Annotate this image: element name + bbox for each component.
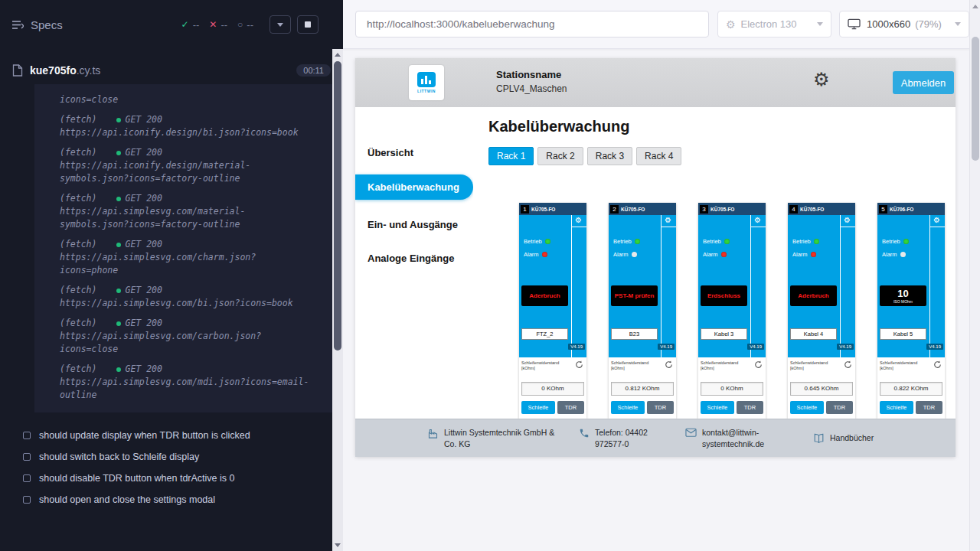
device-card: 4 KÜ705-FO ⚙ Betrieb Alarm Aderbruch Kab… <box>788 203 855 419</box>
refresh-icon[interactable] <box>665 360 673 369</box>
schleife-button[interactable]: Schleife <box>790 401 824 414</box>
tdr-button[interactable]: TDR <box>647 401 674 414</box>
status-dot-icon <box>116 151 121 155</box>
cable-name-field[interactable]: Kabel 4 <box>790 328 837 340</box>
measurement-section: Schleifenwiderstand [kOhm] 0 KOhm Schlei… <box>519 357 586 419</box>
cable-name-field[interactable]: B23 <box>611 328 658 340</box>
sidebar-item-ein-und-ausgaenge[interactable]: Ein- und Ausgänge <box>368 219 458 230</box>
station-label: Stationsname <box>496 69 561 80</box>
firmware-version: V4.19 <box>658 344 675 350</box>
device-panel: ⚙ Betrieb Alarm 10ISO MOhm Kabel 5 V4.19 <box>877 215 945 357</box>
device-model: KÜ705-FO <box>800 207 853 212</box>
footer-manuals-link[interactable]: Handbücher <box>813 432 874 444</box>
schleife-button[interactable]: Schleife <box>611 401 645 414</box>
test-item[interactable]: should open and close the settings modal <box>23 489 343 510</box>
sidebar-item-uebersicht[interactable]: Übersicht <box>368 147 413 158</box>
sidebar-item-analoge-eingaenge[interactable]: Analoge Eingänge <box>368 253 454 264</box>
off-led-icon <box>900 252 906 257</box>
device-card: 3 KÜ705-FO ⚙ Betrieb Alarm Erdschluss Ka… <box>698 203 766 419</box>
cable-name-field[interactable]: Kabel 5 <box>880 328 926 340</box>
measurement-label: Schleifenwiderstand [kOhm] <box>611 360 655 371</box>
refresh-icon[interactable] <box>933 360 942 369</box>
app-main: Kabelüberwachung Rack 1 Rack 2 Rack 3 Ra… <box>473 107 956 419</box>
scrollbar-thumb[interactable] <box>334 61 341 350</box>
test-item[interactable]: should switch back to Schleife display <box>23 446 343 468</box>
device-card-header: 4 KÜ705-FO <box>788 203 855 215</box>
device-settings-icon[interactable]: ⚙ <box>665 216 671 225</box>
browser-name: Electron 130 <box>741 18 817 30</box>
scrollbar-thumb[interactable] <box>972 37 979 161</box>
device-settings-icon[interactable]: ⚙ <box>933 216 940 225</box>
refresh-icon[interactable] <box>754 360 763 369</box>
electron-icon: ⚙ <box>726 18 736 31</box>
schleife-button[interactable]: Schleife <box>701 401 734 414</box>
device-settings-icon[interactable]: ⚙ <box>844 216 851 225</box>
status-dot-icon <box>116 197 121 201</box>
tdr-button[interactable]: TDR <box>916 401 942 414</box>
settings-gear-icon[interactable]: ⚙ <box>813 70 830 89</box>
page-title: Kabelüberwachung <box>488 118 629 135</box>
reporter-scrollbar[interactable] <box>332 49 343 551</box>
tab-rack-3[interactable]: Rack 3 <box>587 147 632 165</box>
test-stats: ✓-- ✕-- ○-- <box>181 15 318 34</box>
log-entry[interactable]: (fetch)GET 200 https://api.iconify.desig… <box>60 113 326 139</box>
device-panel: ⚙ Betrieb Alarm PST-M prüfen B23 V4.19 <box>609 215 676 357</box>
url-input[interactable]: http://localhost:3000/kabelueberwachung <box>355 11 709 37</box>
green-led-icon <box>724 239 730 244</box>
log-entry[interactable]: (fetch)GET 200 https://api.simplesvg.com… <box>60 363 326 402</box>
tab-rack-1[interactable]: Rack 1 <box>488 147 534 165</box>
device-side-panel: ⚙ <box>840 215 855 357</box>
cable-name-field[interactable]: FTZ_2 <box>521 328 568 340</box>
stop-icon <box>305 21 311 28</box>
device-card: 1 KÜ705-FO ⚙ Betrieb Alarm Aderbruch FTZ… <box>519 203 586 419</box>
browser-select[interactable]: ⚙ Electron 130 <box>717 11 831 37</box>
specs-list-icon <box>12 20 24 30</box>
station-name: CPLV4_Maschen <box>496 83 567 94</box>
stop-run-button[interactable] <box>297 15 318 34</box>
tab-rack-2[interactable]: Rack 2 <box>537 147 583 165</box>
betrieb-indicator: Betrieb <box>703 238 730 245</box>
scroll-up-icon[interactable] <box>335 53 341 57</box>
log-entry[interactable]: (fetch)GET 200 https://api.simplesvg.com… <box>60 238 326 277</box>
spec-file-row[interactable]: kue705fo.cy.ts 00:11 <box>12 64 331 77</box>
device-panel: ⚙ Betrieb Alarm Aderbruch Kabel 4 V4.19 <box>788 215 855 357</box>
specs-button[interactable]: Specs <box>12 18 63 31</box>
device-number: 4 <box>789 205 798 214</box>
firmware-version: V4.19 <box>747 344 764 350</box>
test-item[interactable]: should disable TDR button when tdrActive… <box>23 468 343 489</box>
cable-name-field[interactable]: Kabel 3 <box>701 328 747 340</box>
device-settings-icon[interactable]: ⚙ <box>754 216 761 225</box>
tdr-button[interactable]: TDR <box>826 401 853 414</box>
logout-button[interactable]: Abmelden <box>893 71 954 94</box>
refresh-icon[interactable] <box>575 360 583 369</box>
spec-timer-badge: 00:11 <box>296 64 331 77</box>
sidebar-item-kabelueberwachung[interactable]: Kabelüberwachung <box>355 174 473 200</box>
test-item[interactable]: should update display when TDR button is… <box>23 425 343 446</box>
device-card-header: 3 KÜ705-FO <box>698 203 766 215</box>
footer-email[interactable]: kontakt@littwin-systemtechnik.de <box>685 427 782 448</box>
measurement-section: Schleifenwiderstand [kOhm] 0.822 KOhm Sc… <box>877 357 945 419</box>
log-url: https://api.iconify.design/material- sym… <box>60 159 326 185</box>
log-entry[interactable]: (fetch)GET 200 https://api.simplesvg.com… <box>60 192 326 231</box>
tdr-button[interactable]: TDR <box>557 401 584 414</box>
schleife-button[interactable]: Schleife <box>521 401 555 414</box>
status-display: Aderbruch <box>521 285 568 306</box>
log-entry[interactable]: (fetch)GET 200 https://api.simplesvg.com… <box>60 284 326 310</box>
page-scrollbar[interactable] <box>969 0 980 551</box>
scroll-up-icon[interactable] <box>972 5 978 8</box>
log-url: https://api.simplesvg.com/material- symb… <box>60 205 326 231</box>
refresh-icon[interactable] <box>844 360 852 369</box>
tab-rack-4[interactable]: Rack 4 <box>636 147 681 165</box>
log-entry[interactable]: (fetch)GET 200 https://api.simplesvg.com… <box>60 317 326 356</box>
phone-icon <box>579 428 590 439</box>
log-entry[interactable]: (fetch)GET 200 https://api.iconify.desig… <box>60 146 326 185</box>
viewport-select[interactable]: 1000x660 (79%) <box>839 11 969 37</box>
device-settings-icon[interactable]: ⚙ <box>575 216 582 225</box>
tdr-button[interactable]: TDR <box>737 401 763 414</box>
app-header: LITTWIN Stationsname CPLV4_Maschen ⚙ Abm… <box>355 58 956 107</box>
collapse-reporter-button[interactable] <box>270 15 291 34</box>
command-log: icons=close (fetch)GET 200 https://api.i… <box>34 84 332 412</box>
log-url-tail[interactable]: icons=close <box>60 93 326 106</box>
scroll-down-icon[interactable] <box>335 543 341 547</box>
schleife-button[interactable]: Schleife <box>880 401 913 414</box>
